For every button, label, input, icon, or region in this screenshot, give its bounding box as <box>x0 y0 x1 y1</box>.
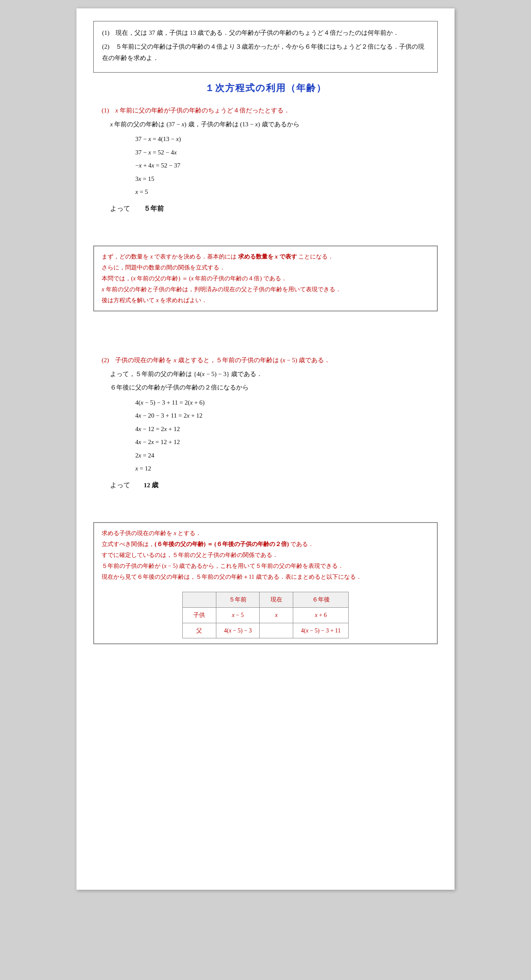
eq1-2: 37 − x = 52 − 4x <box>135 146 438 159</box>
table-cell-child-now: x <box>260 607 293 623</box>
sol2-sub1: よって，５年前の父の年齢は {4(x − 5) − 3} 歳である． <box>110 368 438 380</box>
table-cell-child-label: 子供 <box>182 607 216 623</box>
eq2-1: 4(x − 5) − 3 + 11 = 2(x + 6) <box>135 396 438 410</box>
sol1-equations: 37 − x = 4(13 − x) 37 − x = 52 − 4x −x +… <box>135 133 438 199</box>
hint1-line5: 後は方程式を解いて x を求めればよい． <box>102 295 429 306</box>
hint2-line2: 立式すべき関係は，(６年後の父の年齢) ＝ (６年後の子供の年齢の２倍) である… <box>102 539 429 550</box>
table-cell-father-label: 父 <box>182 623 216 638</box>
table-header-label <box>182 592 216 607</box>
section-title: １次方程式の利用（年齢） <box>93 82 438 94</box>
eq2-5: 2x = 24 <box>135 449 438 463</box>
hint2-line3: すでに確定しているのは，５年前の父と子供の年齢の関係である． <box>102 550 429 561</box>
table-header-6later: ６年後 <box>293 592 349 607</box>
table-wrapper: ５年前 現在 ６年後 子供 x − 5 x x + 6 父 4(x − 5) −… <box>102 588 429 639</box>
problem-1: (1) 現在，父は 37 歳，子供は 13 歳である．父の年齢が子供の年齢のちょ… <box>102 27 429 39</box>
eq1-4: 3x = 15 <box>135 172 438 186</box>
sol1-sub: x 年前の父の年齢は (37 − x) 歳，子供の年齢は (13 − x) 歳で… <box>110 118 438 131</box>
solution-2: (2) 子供の現在の年齢を x 歳とすると，５年前の子供の年齢は (x − 5)… <box>93 354 438 491</box>
hint1-line4: x 年前の父の年齢と子供の年齢は，判明済みの現在の父と子供の年齢を用いて表現でき… <box>102 284 429 295</box>
eq2-2: 4x − 20 − 3 + 11 = 2x + 12 <box>135 409 438 423</box>
solution-1: (1) x 年前に父の年齢が子供の年齢のちょうど４倍だったとする． x 年前の父… <box>93 105 438 214</box>
eq1-1: 37 − x = 4(13 − x) <box>135 133 438 146</box>
table-row-father: 父 4(x − 5) − 3 4(x − 5) − 3 + 11 <box>182 623 348 638</box>
table-cell-father-6later: 4(x − 5) − 3 + 11 <box>293 623 349 638</box>
hint1-line2: さらに，問題中の数量の間の関係を立式する． <box>102 262 429 273</box>
hint2-line1: 求める子供の現在の年齢を x とする． <box>102 528 429 539</box>
table-header-5ago: ５年前 <box>216 592 259 607</box>
sol2-equations: 4(x − 5) − 3 + 11 = 2(x + 6) 4x − 20 − 3… <box>135 396 438 476</box>
problem-box: (1) 現在，父は 37 歳，子供は 13 歳である．父の年齢が子供の年齢のちょ… <box>93 21 438 73</box>
hint2-line4: ５年前の子供の年齢が (x − 5) 歳であるから，これを用いて５年前の父の年齢… <box>102 561 429 572</box>
eq1-3: −x + 4x = 52 − 37 <box>135 159 438 172</box>
table-cell-father-5ago: 4(x − 5) − 3 <box>216 623 259 638</box>
table-cell-father-now <box>260 623 293 638</box>
hint2-line5: 現在から見て６年後の父の年齢は，５年前の父の年齢＋11 歳である．表にまとめると… <box>102 572 429 583</box>
problem-2: (2) ５年前に父の年齢は子供の年齢の４倍より３歳若かったが，今から６年後にはち… <box>102 41 429 64</box>
eq1-5: x = 5 <box>135 186 438 199</box>
eq2-6: x = 12 <box>135 462 438 476</box>
age-table: ５年前 現在 ６年後 子供 x − 5 x x + 6 父 4(x − 5) −… <box>182 592 349 639</box>
hint-box-1: まず，どの数量を x で表すかを決める．基本的には 求める数量を x で表す こ… <box>93 246 438 311</box>
sol1-intro: (1) x 年前に父の年齢が子供の年齢のちょうど４倍だったとする． <box>102 105 438 117</box>
hint1-line1: まず，どの数量を x で表すかを決める．基本的には 求める数量を x で表す こ… <box>102 251 429 262</box>
table-cell-child-6later: x + 6 <box>293 607 349 623</box>
hint-box-2: 求める子供の現在の年齢を x とする． 立式すべき関係は，(６年後の父の年齢) … <box>93 522 438 644</box>
eq2-4: 4x − 2x = 12 + 12 <box>135 436 438 449</box>
table-cell-child-5ago: x − 5 <box>216 607 259 623</box>
page: (1) 現在，父は 37 歳，子供は 13 歳である．父の年齢が子供の年齢のちょ… <box>76 8 455 890</box>
hint1-line3: 本問では，(x 年前の父の年齢) ＝ (x 年前の子供の年齢の４倍) である． <box>102 273 429 284</box>
sol2-answer: よって 12 歳 <box>110 479 438 491</box>
sol2-sub2: ６年後に父の年齢が子供の年齢の２倍になるから <box>110 382 438 394</box>
sol1-answer: よって ５年前 <box>110 202 438 214</box>
sol2-intro: (2) 子供の現在の年齢を x 歳とすると，５年前の子供の年齢は (x − 5)… <box>102 354 438 366</box>
eq2-3: 4x − 12 = 2x + 12 <box>135 423 438 436</box>
table-header-now: 現在 <box>260 592 293 607</box>
table-row-child: 子供 x − 5 x x + 6 <box>182 607 348 623</box>
